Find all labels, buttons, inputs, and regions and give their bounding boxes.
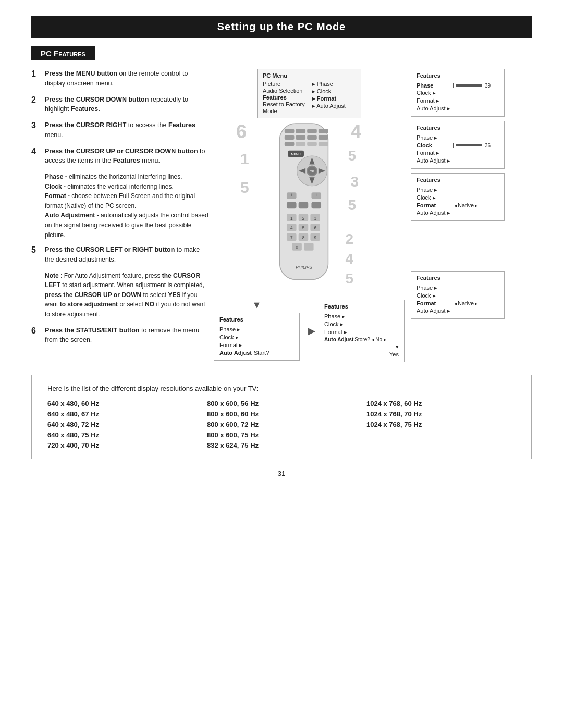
svg-rect-11 [307, 142, 317, 146]
step-1-bold: Press the MENU button [45, 70, 117, 77]
step-1-text: Press the MENU button on the remote cont… [45, 69, 209, 89]
left-column: 1 Press the MENU button on the remote co… [31, 69, 209, 351]
fb4-format-left: ◂ [454, 301, 457, 306]
res-13: 720 x 400, 70 Hz [47, 441, 197, 449]
store-clock-row: Clock ▸ [324, 321, 399, 328]
arrow-down-1: ▼ [252, 300, 262, 311]
step-1-num: 1 [31, 69, 41, 79]
fb2-phase-label: Phase ▸ [417, 134, 453, 141]
svg-rect-50 [304, 243, 314, 250]
fb4-format-value: Native [458, 300, 474, 306]
page-num-text: 31 [278, 470, 285, 477]
svg-rect-7 [307, 135, 317, 140]
sub-format: ▸ Format [310, 95, 352, 102]
remote-control: 6 1 5 4 5 3 5 2 4 5 [252, 122, 366, 300]
fb1-format-label: Format ▸ [417, 97, 453, 104]
fb3-phase-label: Phase ▸ [417, 187, 453, 193]
fb4-clock-row: Clock ▸ [417, 292, 499, 299]
svg-text:0: 0 [296, 245, 298, 250]
svg-rect-28 [299, 202, 309, 208]
fb3-clock-label: Clock ▸ [417, 194, 453, 201]
svg-text:PHILIPS: PHILIPS [296, 265, 312, 270]
auto-format-row: Format ▸ [219, 342, 294, 349]
resolution-box: Here is the list of the different displa… [31, 375, 532, 459]
note-section: Note : For Auto Adjustment feature, pres… [45, 271, 209, 319]
fb1-title: Features [417, 72, 499, 80]
res-9: 1024 x 768, 75 Hz [366, 421, 516, 428]
store-yes-label: Yes [324, 351, 399, 357]
svg-text:4: 4 [290, 226, 293, 230]
svg-text:MENU: MENU [291, 152, 300, 156]
menu-item-features: Features [263, 94, 305, 101]
res-3: 1024 x 768, 60 Hz [366, 400, 516, 408]
fb3-format-left-arrow: ◂ [454, 203, 457, 208]
fb4-format-label: Format [417, 300, 453, 306]
fb4-auto-label: Auto Adjust ▸ [417, 307, 453, 314]
fb2-clock-row: Clock 36 [417, 142, 499, 149]
fb4-format-row: Format ◂ Native ▸ [417, 300, 499, 306]
svg-rect-9 [285, 142, 295, 146]
arrow-right-1: ▶ [308, 325, 315, 337]
svg-text:8: 8 [302, 236, 305, 240]
auto-phase-row: Phase ▸ [219, 326, 294, 333]
svg-text:+: + [290, 192, 293, 198]
fb4-phase-label: Phase ▸ [417, 285, 453, 291]
fb1-format-row: Format ▸ [417, 97, 499, 104]
svg-rect-6 [296, 135, 306, 140]
fb1-phase-label: Phase [417, 82, 453, 89]
overlay-5c: 5 [348, 198, 356, 213]
store-format-row: Format ▸ [324, 329, 399, 336]
fb4-format-right: ▸ [475, 301, 478, 306]
step-5: 5 Press the CURSOR LEFT or RIGHT button … [31, 245, 209, 265]
sub-clock: ▸ Clock [310, 88, 352, 95]
clock-value: 36 [485, 143, 491, 149]
step-4-num: 4 [31, 147, 41, 156]
svg-rect-10 [296, 142, 306, 146]
section-header: PC Features [31, 46, 95, 60]
res-11: 800 x 600, 75 Hz [207, 431, 356, 439]
step-2-num: 2 [31, 95, 41, 105]
page: Setting up the PC Mode PC Features 1 Pre… [0, 0, 563, 728]
step-6-num: 6 [31, 326, 41, 336]
menu-item-mode: Mode [263, 108, 305, 114]
fb1-phase-bar: 39 [453, 83, 491, 89]
step-4-text: Press the CURSOR UP or CURSOR DOWN butto… [45, 146, 209, 166]
svg-rect-12 [319, 142, 328, 146]
svg-text:OK: OK [310, 169, 315, 173]
fb4-phase-row: Phase ▸ [417, 285, 499, 291]
svg-text:9: 9 [314, 236, 316, 240]
res-2: 800 x 600, 56 Hz [207, 400, 356, 408]
res-4: 640 x 480, 67 Hz [47, 410, 197, 418]
page-number: 31 [31, 470, 532, 477]
sub-auto: ▸ Auto Adjust [310, 103, 352, 109]
spacer [411, 225, 515, 267]
fb1-auto-row: Auto Adjust ▸ [417, 105, 499, 112]
features-box-format-bottom: Features Phase ▸ Clock ▸ Format ◂ Native… [411, 271, 505, 319]
svg-rect-29 [311, 202, 321, 208]
overlay-2: 2 [345, 232, 353, 246]
step-5-text: Press the CURSOR LEFT or RIGHT button to… [45, 245, 209, 265]
res-1: 640 x 480, 60 Hz [47, 400, 197, 408]
step-2-bold: Press the CURSOR DOWN button [45, 96, 149, 103]
overlay-6: 6 [236, 122, 247, 141]
res-6: 1024 x 768, 70 Hz [366, 410, 516, 418]
menu-item-picture: Picture [263, 81, 305, 87]
svg-text:7: 7 [290, 236, 293, 240]
fb4-title: Features [417, 275, 499, 282]
fb1-auto-label: Auto Adjust ▸ [417, 105, 453, 112]
remote-svg: MENU OK + [252, 122, 356, 289]
fb3-format-row: Format ◂ Native ▸ [417, 202, 499, 208]
auto-start-title: Features [219, 316, 294, 324]
fb3-format-right-arrow: ▸ [475, 203, 478, 208]
res-12 [366, 431, 516, 439]
overlay-5d: 5 [345, 272, 353, 286]
svg-rect-27 [287, 202, 297, 208]
svg-rect-2 [296, 129, 306, 133]
step-3-num: 3 [31, 121, 41, 130]
features-box-format: Features Phase ▸ Clock ▸ Format ◂ Native… [411, 173, 505, 221]
auto-adjust-start-row: Auto Adjust Start? [219, 350, 294, 356]
res-5: 800 x 600, 60 Hz [207, 410, 356, 418]
svg-rect-1 [285, 129, 295, 133]
res-14: 832 x 624, 75 Hz [207, 441, 356, 449]
fb1-clock-label: Clock ▸ [417, 90, 453, 96]
